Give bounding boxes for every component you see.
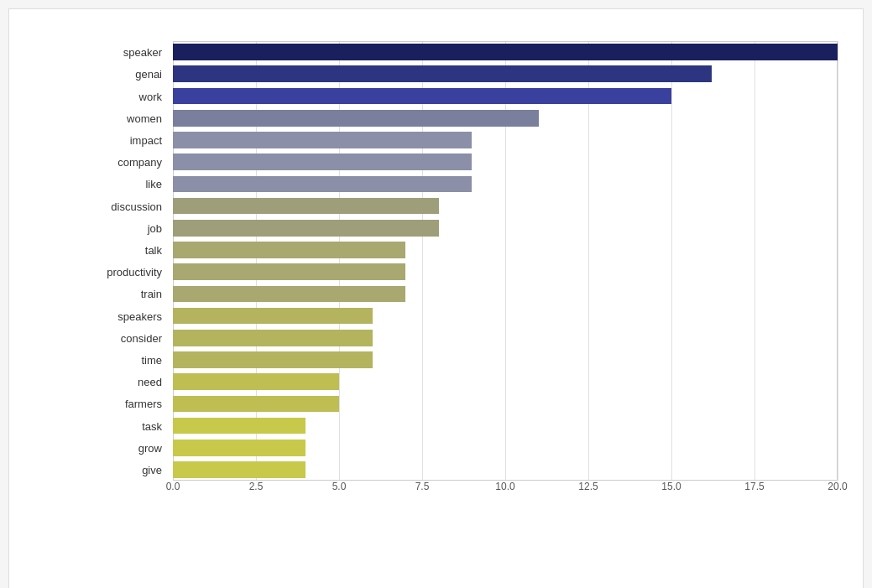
y-label: time xyxy=(91,353,162,366)
y-label: grow xyxy=(91,441,162,454)
y-label: talk xyxy=(91,243,162,256)
y-label: company xyxy=(91,156,162,169)
bar-row xyxy=(173,239,838,261)
bar-row xyxy=(173,41,838,63)
bar-fill xyxy=(173,44,838,60)
bar-fill xyxy=(173,110,539,127)
y-labels: speakergenaiworkwomenimpactcompanylikedi… xyxy=(93,41,169,481)
gridline xyxy=(838,41,838,481)
bar-fill xyxy=(173,351,373,368)
x-ticks: 0.02.55.07.510.012.515.017.520.0 xyxy=(173,481,838,502)
x-tick-label: 7.5 xyxy=(415,481,430,492)
bar-fill xyxy=(173,88,671,105)
bar-row xyxy=(173,283,838,304)
bar-row xyxy=(173,371,838,393)
bar-fill xyxy=(173,418,305,434)
bar-row xyxy=(173,217,838,239)
y-label: speakers xyxy=(91,310,162,322)
bar-row xyxy=(173,304,838,326)
y-label: genai xyxy=(91,68,162,81)
y-label: consider xyxy=(91,331,162,344)
x-axis: 0.02.55.07.510.012.515.017.520.0 xyxy=(173,481,838,518)
bar-row xyxy=(173,85,838,107)
bar-row xyxy=(173,151,838,173)
bar-row xyxy=(173,195,838,216)
bars-area xyxy=(173,41,838,481)
bar-fill xyxy=(173,330,373,346)
bar-row xyxy=(173,349,838,371)
y-label: need xyxy=(91,376,162,388)
bar-row xyxy=(173,129,838,151)
bar-row xyxy=(173,437,838,459)
y-label: train xyxy=(91,288,162,300)
x-tick-label: 10.0 xyxy=(495,481,514,492)
bar-fill xyxy=(173,154,472,170)
x-tick-label: 5.0 xyxy=(332,481,347,492)
bar-fill xyxy=(173,461,305,478)
y-label: work xyxy=(91,90,162,102)
bar-row xyxy=(173,107,838,129)
y-label: speaker xyxy=(91,46,162,59)
y-label: task xyxy=(91,419,162,432)
y-label: discussion xyxy=(91,200,162,212)
y-label: give xyxy=(91,463,162,476)
bars-container xyxy=(173,41,838,481)
bar-fill xyxy=(173,263,405,280)
y-label: women xyxy=(91,112,162,124)
bar-row xyxy=(173,414,838,436)
x-tick-label: 15.0 xyxy=(661,481,681,492)
bar-row xyxy=(173,173,838,195)
chart-container: 0.02.55.07.510.012.515.017.520.0 speaker… xyxy=(8,8,864,588)
bar-fill xyxy=(173,373,339,390)
bar-fill xyxy=(173,176,472,193)
bar-row xyxy=(173,459,838,481)
bar-fill xyxy=(173,440,305,456)
bar-row xyxy=(173,327,838,349)
bar-fill xyxy=(173,65,712,82)
bar-fill xyxy=(173,286,405,303)
bar-fill xyxy=(173,132,472,148)
x-tick-label: 20.0 xyxy=(828,481,847,492)
bar-row xyxy=(173,63,838,85)
bar-fill xyxy=(173,242,405,258)
y-label: farmers xyxy=(91,398,162,410)
y-label: job xyxy=(91,221,162,234)
y-label: impact xyxy=(91,133,162,146)
bar-fill xyxy=(173,198,439,215)
x-tick-label: 2.5 xyxy=(249,481,264,492)
x-tick-label: 0.0 xyxy=(166,481,180,492)
y-label: productivity xyxy=(91,266,162,278)
bar-fill xyxy=(173,308,373,325)
x-tick-label: 17.5 xyxy=(744,481,764,492)
bar-fill xyxy=(173,220,439,237)
y-label: like xyxy=(91,178,162,190)
bar-fill xyxy=(173,396,339,413)
x-tick-label: 12.5 xyxy=(578,481,598,492)
bar-row xyxy=(173,393,838,414)
bar-row xyxy=(173,261,838,283)
